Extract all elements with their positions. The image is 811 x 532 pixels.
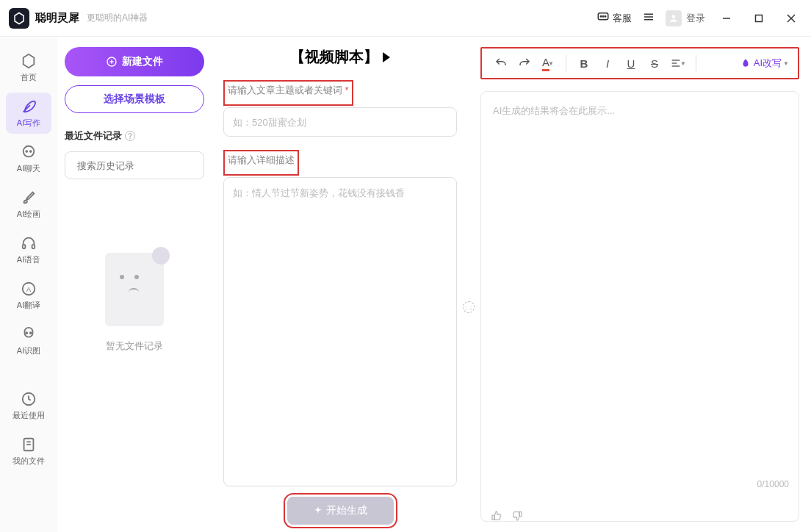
minimize-button[interactable]	[716, 7, 738, 29]
maximize-button[interactable]	[748, 7, 770, 29]
undo-button[interactable]	[491, 53, 511, 73]
sidebar-item-draw[interactable]: AI绘画	[6, 184, 51, 225]
new-file-button[interactable]: 新建文件	[65, 47, 204, 76]
sidebar-item-image[interactable]: AI识图	[6, 320, 51, 362]
play-icon[interactable]	[383, 52, 390, 62]
recent-header-label: 最近文件记录	[65, 129, 122, 143]
underline-button[interactable]: U	[621, 53, 641, 73]
chat-bubble-icon	[596, 10, 610, 26]
image-icon	[21, 326, 37, 342]
close-button[interactable]	[780, 7, 802, 29]
input-column: 【视频脚本】 请输入文章主题或者关键词 请输入详细描述 开始生成	[212, 37, 469, 532]
detail-label: 请输入详细描述	[228, 154, 295, 167]
scene-template-button[interactable]: 选择场景模板	[65, 85, 204, 113]
sidebar-label: AI绘画	[17, 209, 40, 220]
sidebar-item-writing[interactable]: AI写作	[6, 93, 51, 134]
toolbar-separator	[566, 55, 566, 71]
login-button[interactable]: 登录	[666, 10, 705, 26]
svg-point-3	[605, 15, 606, 17]
brush-icon	[21, 190, 37, 206]
sidebar-label: AI语音	[17, 254, 40, 265]
empty-label: 暂无文件记录	[106, 339, 163, 353]
recent-files-header: 最近文件记录 ?	[65, 129, 204, 143]
sidebar-label: 我的文件	[12, 456, 45, 467]
customer-service-label: 客服	[613, 12, 632, 25]
app-name: 聪明灵犀	[35, 11, 79, 25]
feedback-buttons	[491, 510, 523, 522]
new-file-label: 新建文件	[122, 55, 163, 68]
output-column: A▼ B I U S ▼ AI改写 ▼ AI生成的结果将会在此展示... 0/1…	[469, 37, 811, 532]
chat-icon	[21, 144, 37, 160]
sidebar-label: AI聊天	[17, 163, 40, 174]
thumbs-up-icon[interactable]	[491, 510, 502, 522]
file-icon	[21, 436, 37, 453]
sparkle-icon	[313, 506, 323, 516]
italic-button[interactable]: I	[597, 53, 618, 73]
sidebar-item-translate[interactable]: A AI翻译	[6, 275, 51, 316]
sidebar-item-chat[interactable]: AI聊天	[6, 138, 51, 179]
sidebar-item-home[interactable]: 首页	[6, 47, 51, 88]
plus-circle-icon	[106, 56, 118, 68]
titlebar: 聪明灵犀 更聪明的AI神器 客服 登录	[0, 0, 811, 37]
sidebar-item-recent[interactable]: 最近使用	[6, 385, 51, 426]
page-title: 【视频脚本】	[290, 47, 378, 67]
font-color-button[interactable]: A▼	[538, 53, 558, 73]
tagline: 更聪明的AI神器	[87, 12, 148, 24]
detail-textarea[interactable]	[223, 177, 457, 486]
strikethrough-button[interactable]: S	[644, 53, 665, 73]
search-input[interactable]	[77, 160, 201, 171]
svg-point-21	[30, 332, 32, 334]
svg-point-2	[602, 15, 604, 17]
svg-point-13	[24, 145, 35, 157]
hamburger-menu-icon[interactable]	[642, 10, 655, 26]
svg-rect-16	[23, 244, 26, 248]
headphones-icon	[21, 235, 37, 251]
app-logo-icon	[9, 8, 29, 29]
topic-input[interactable]	[223, 107, 457, 137]
svg-text:A: A	[26, 285, 32, 292]
svg-point-14	[26, 151, 27, 152]
thumbs-down-icon[interactable]	[511, 510, 523, 522]
align-button[interactable]: ▼	[668, 53, 688, 73]
svg-point-20	[26, 332, 27, 334]
avatar-icon	[666, 10, 682, 26]
sidebar: 首页 AI写作 AI聊天 AI绘画 AI语音 A AI翻译 AI识图	[0, 37, 57, 532]
output-placeholder: AI生成的结果将会在此展示...	[493, 105, 615, 116]
help-icon[interactable]: ?	[125, 131, 135, 141]
translate-icon: A	[21, 281, 37, 297]
feather-icon	[21, 98, 37, 115]
svg-point-7	[672, 15, 676, 18]
drag-handle-icon[interactable]: ⋮⋮	[463, 301, 475, 313]
sidebar-label: AI写作	[17, 118, 40, 129]
generate-button[interactable]: 开始生成	[287, 497, 394, 525]
login-label: 登录	[686, 12, 705, 25]
sidebar-label: AI识图	[17, 345, 40, 356]
svg-point-15	[30, 151, 32, 152]
topic-label: 请输入文章主题或者关键词	[228, 84, 349, 97]
toolbar-separator	[696, 55, 696, 71]
sidebar-label: 最近使用	[12, 410, 45, 421]
svg-rect-17	[32, 244, 35, 248]
svg-point-1	[600, 15, 602, 17]
generate-label: 开始生成	[326, 504, 367, 517]
sidebar-item-voice[interactable]: AI语音	[6, 229, 51, 270]
svg-rect-9	[756, 15, 763, 21]
bold-button[interactable]: B	[574, 53, 594, 73]
char-count: 0/10000	[757, 479, 789, 489]
redo-button[interactable]	[514, 53, 535, 73]
ai-rewrite-button[interactable]: AI改写 ▼	[740, 57, 789, 70]
customer-service-button[interactable]: 客服	[596, 10, 632, 26]
editor-toolbar: A▼ B I U S ▼ AI改写 ▼	[480, 47, 799, 79]
hexagon-icon	[21, 53, 37, 69]
search-box[interactable]	[65, 151, 204, 179]
sidebar-label: 首页	[21, 72, 37, 83]
sidebar-label: AI翻译	[17, 300, 40, 311]
empty-state: 暂无文件记录	[65, 253, 204, 353]
empty-file-icon	[105, 253, 164, 326]
page-title-row: 【视频脚本】	[223, 47, 457, 67]
ai-rewrite-label: AI改写	[754, 57, 782, 70]
sidebar-item-files[interactable]: 我的文件	[6, 431, 51, 472]
output-area[interactable]: AI生成的结果将会在此展示...	[480, 91, 799, 522]
leaf-icon	[740, 58, 751, 68]
files-column: 新建文件 选择场景模板 最近文件记录 ? 暂无文件记录	[57, 37, 212, 532]
